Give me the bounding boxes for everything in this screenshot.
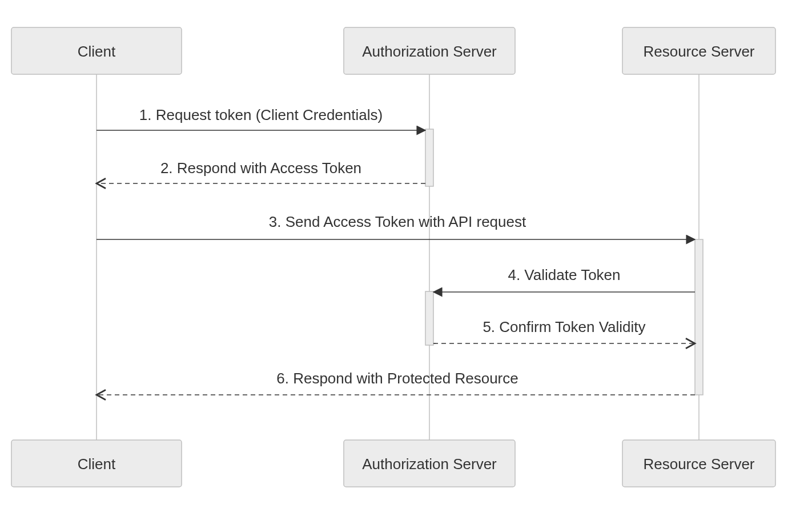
message-3-label: 3. Send Access Token with API request (269, 213, 526, 230)
actor-auth-label: Authorization Server (362, 43, 497, 60)
actor-client-top: Client (11, 27, 182, 74)
actor-resource-label: Resource Server (643, 43, 754, 60)
activation-auth-2 (425, 291, 433, 345)
message-4-label: 4. Validate Token (508, 266, 620, 283)
message-2-label: 2. Respond with Access Token (160, 159, 361, 177)
actor-resource-top: Resource Server (622, 27, 775, 74)
actor-client-label-bottom: Client (78, 455, 116, 473)
message-6-label: 6. Respond with Protected Resource (276, 370, 518, 387)
actor-resource-bottom: Resource Server (622, 440, 775, 487)
message-5-label: 5. Confirm Token Validity (483, 318, 645, 335)
actor-auth-top: Authorization Server (344, 27, 515, 74)
actor-resource-label-bottom: Resource Server (643, 455, 754, 473)
activation-auth-1 (425, 129, 433, 186)
message-1-label: 1. Request token (Client Credentials) (139, 106, 383, 123)
actor-auth-bottom: Authorization Server (344, 440, 515, 487)
actor-client-bottom: Client (11, 440, 182, 487)
activation-resource (695, 239, 703, 395)
actor-client-label: Client (78, 43, 116, 60)
actor-auth-label-bottom: Authorization Server (362, 455, 497, 473)
sequence-diagram: Client Authorization Server Resource Ser… (0, 0, 812, 520)
